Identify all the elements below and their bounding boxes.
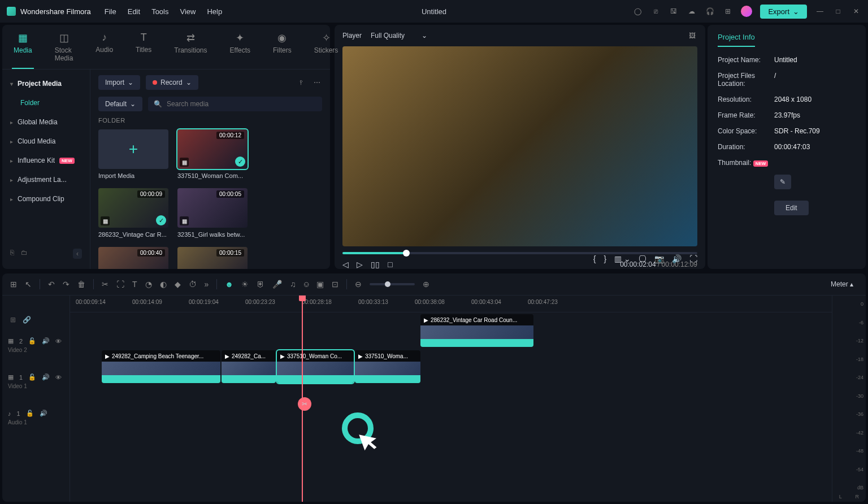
preview-viewport[interactable] <box>342 46 697 246</box>
tab-titles[interactable]: TTitles <box>131 29 156 69</box>
export-button[interactable]: Export⌄ <box>760 5 807 19</box>
maximize-icon[interactable]: □ <box>833 6 843 16</box>
delete-button[interactable]: 🗑 <box>77 280 85 289</box>
undo-button[interactable]: ↶ <box>48 280 55 289</box>
timeline-clip[interactable]: ▶249282_Ca... <box>222 350 276 383</box>
sidebar-global-media[interactable]: ▸Global Media <box>2 112 90 132</box>
timeline-clip[interactable]: ▶286232_Vintage Car Road Coun... <box>420 314 533 347</box>
link-icon[interactable]: 🔗 <box>23 316 31 324</box>
filter-icon[interactable]: ⫯ <box>296 77 306 88</box>
bracket-in-icon[interactable]: { <box>593 254 596 263</box>
track-row[interactable]: ▶286232_Vintage Car Road Coun... <box>70 312 832 349</box>
display-icon[interactable]: 🖵 <box>639 254 646 263</box>
media-card[interactable]: 00:00:12▦✓337510_Woman Com... <box>177 129 248 179</box>
tab-effects[interactable]: ✦Effects <box>225 29 255 69</box>
media-card[interactable]: +Import Media <box>98 129 168 179</box>
sidebar-cloud-media[interactable]: ▸Cloud Media <box>2 132 90 151</box>
eye-icon[interactable]: 👁 <box>55 374 62 381</box>
meter-label[interactable]: Meter ▴ <box>831 280 858 288</box>
tab-transitions[interactable]: ⇄Transitions <box>170 29 211 69</box>
timeline-clip[interactable]: ▶337510_Woman Co... <box>277 350 354 383</box>
redo-button[interactable]: ↷ <box>63 280 70 289</box>
menu-file[interactable]: File <box>105 7 116 16</box>
tab-stock[interactable]: ◫Stock Media <box>50 29 78 69</box>
tab-stickers[interactable]: ✧Stickers <box>310 29 343 69</box>
sidebar-adjustment-layer[interactable]: ▸Adjustment La... <box>2 170 90 189</box>
headphones-icon[interactable]: 🎧 <box>705 6 715 16</box>
zoom-out-button[interactable]: ⊖ <box>355 280 362 289</box>
ai-tool[interactable]: ☻ <box>225 280 233 289</box>
new-folder-icon[interactable]: ⎘ <box>10 249 14 259</box>
folder-icon[interactable]: 🗀 <box>21 249 28 259</box>
select-tool[interactable]: ⊞ <box>10 280 17 289</box>
tab-filters[interactable]: ◉Filters <box>268 29 296 69</box>
speed-tool[interactable]: ◔ <box>145 280 152 289</box>
progress-knob[interactable] <box>403 250 410 257</box>
frame-icon[interactable]: ▣ <box>316 280 324 289</box>
fullscreen-icon[interactable]: ⛶ <box>689 254 697 263</box>
more-icon[interactable]: ⋯ <box>312 77 322 88</box>
media-card[interactable]: 00:00:09▦✓286232_Vintage Car R... <box>98 188 168 238</box>
ratio-icon[interactable]: ▥ ⌄ <box>614 254 631 263</box>
lock-icon[interactable]: 🔓 <box>26 410 34 417</box>
track-row[interactable] <box>70 385 832 421</box>
apps-icon[interactable]: ⊞ <box>723 6 733 16</box>
track-add-icon[interactable]: ⊞ <box>10 316 16 324</box>
media-card[interactable]: 00:00:05▦32351_Girl walks betw... <box>177 188 248 238</box>
menu-edit[interactable]: Edit <box>128 7 140 16</box>
volume-icon[interactable]: 🔊 <box>672 254 682 263</box>
progress-bar[interactable] <box>342 252 697 254</box>
mute-icon[interactable]: 🔊 <box>40 410 47 417</box>
keyframe-tool[interactable]: ◆ <box>175 280 181 289</box>
text-tool[interactable]: T <box>132 280 137 289</box>
timer-tool[interactable]: ⏱ <box>189 280 197 289</box>
play-button[interactable]: ▷ <box>357 260 363 269</box>
mic-icon[interactable]: 🎤 <box>272 280 282 289</box>
edit-button[interactable]: Edit <box>774 201 809 215</box>
menu-view[interactable]: View <box>180 7 196 16</box>
mute-icon[interactable]: 🔊 <box>42 337 50 345</box>
crop-tool[interactable]: ⛶ <box>116 280 124 289</box>
bracket-out-icon[interactable]: } <box>604 254 606 263</box>
circle-icon[interactable]: ◯ <box>632 6 643 16</box>
save-icon[interactable]: 🖫 <box>669 6 679 16</box>
sidebar-project-media[interactable]: ▾Project Media <box>2 74 90 93</box>
color-tool[interactable]: ◐ <box>160 280 167 289</box>
screen-icon[interactable]: ⎚ <box>650 6 661 16</box>
enhance-tool[interactable]: ☀ <box>241 280 249 289</box>
snapshot-icon[interactable]: 🖼 <box>687 31 697 41</box>
menu-tools[interactable]: Tools <box>151 7 168 16</box>
menu-help[interactable]: Help <box>207 7 222 16</box>
lock-icon[interactable]: 🔓 <box>28 337 36 345</box>
thumbnail-edit-button[interactable]: ✎ <box>774 175 791 189</box>
scissors-icon[interactable]: ✂ <box>298 397 311 411</box>
import-button[interactable]: Import⌄ <box>98 75 140 90</box>
eye-icon[interactable]: 👁 <box>55 338 62 345</box>
more-tools[interactable]: » <box>205 280 209 289</box>
zoom-slider[interactable] <box>370 283 415 285</box>
sidebar-compound-clip[interactable]: ▸Compound Clip <box>2 189 90 208</box>
track-header[interactable]: ▦1🔓🔊👁Video 1 <box>2 363 70 399</box>
stop-button[interactable]: □ <box>388 260 392 269</box>
track-header[interactable]: ▦2🔓🔊👁Video 2 <box>2 327 70 363</box>
track-header[interactable]: ♪1🔓🔊Audio 1 <box>2 399 70 436</box>
lock-icon[interactable]: 🔓 <box>28 373 36 381</box>
prev-frame-button[interactable]: ◁ <box>342 260 349 269</box>
sort-dropdown[interactable]: Default⌄ <box>98 97 142 111</box>
sidebar-folder[interactable]: Folder <box>2 93 90 112</box>
close-icon[interactable]: ✕ <box>851 6 861 16</box>
cloud-icon[interactable]: ☁ <box>687 6 697 16</box>
pointer-tool[interactable]: ↖ <box>25 280 32 289</box>
time-ruler[interactable]: 00:00:09:1400:00:14:0900:00:19:0400:00:2… <box>70 296 832 312</box>
tracks-area[interactable]: 00:00:09:1400:00:14:0900:00:19:0400:00:2… <box>70 296 832 502</box>
shield-icon[interactable]: ⛨ <box>257 280 264 289</box>
marker-icon[interactable]: ⊡ <box>332 280 338 289</box>
record-button[interactable]: Record⌄ <box>146 75 198 90</box>
mute-icon[interactable]: 🔊 <box>42 373 50 381</box>
zoom-in-button[interactable]: ⊕ <box>423 280 429 289</box>
timeline-clip[interactable]: ▶249282_Camping Beach Teenager... <box>102 350 220 383</box>
sidebar-influence-kit[interactable]: ▸Influence KitNEW <box>2 151 90 170</box>
collapse-sidebar[interactable]: ‹ <box>73 249 82 259</box>
timeline-clip[interactable]: ▶337510_Woma... <box>355 350 420 383</box>
project-info-tab[interactable]: Project Info <box>718 33 755 47</box>
